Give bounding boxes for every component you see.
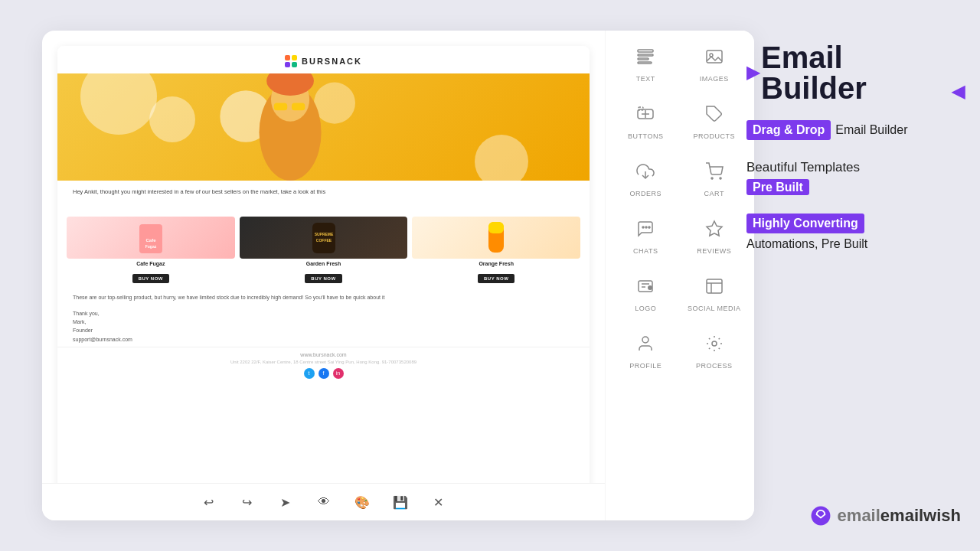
emailwish-name: emailemailwish — [838, 506, 961, 526]
product-card-1: Cafe Fugaz Cafe Fugaz BUY NOW — [67, 217, 235, 283]
widget-orders[interactable]: ORDERS — [613, 153, 678, 207]
widget-text[interactable]: TEXT — [613, 38, 678, 92]
feature-highlight-1: Drag & Drop — [746, 120, 831, 140]
feature-highlight-2: Pre Built — [746, 179, 809, 195]
social-media-widget-icon — [705, 277, 724, 300]
close-button[interactable]: ✕ — [426, 490, 451, 514]
preview-button[interactable]: 👁 — [312, 490, 336, 514]
svg-point-40 — [711, 178, 713, 179]
widget-reviews-label: REVIEWS — [697, 247, 731, 255]
svg-point-53 — [642, 337, 648, 343]
widget-profile[interactable]: PROFILE — [613, 325, 678, 379]
widget-products[interactable]: PRODUCTS — [682, 96, 747, 149]
emailwish-brand: emailemailwish — [808, 504, 961, 528]
social-icons: t f in — [62, 368, 585, 379]
editor-toolbar: ↩ ↪ ➤ 👁 🎨 💾 ✕ — [42, 483, 605, 520]
svg-rect-32 — [638, 62, 652, 64]
main-container: BURSNACK — [42, 31, 754, 520]
cart-widget-icon — [705, 162, 724, 185]
svg-point-41 — [720, 178, 721, 179]
feature-automations: Highly Converting Automations, Pre Built — [746, 214, 965, 253]
product-name-2: Garden Fresh — [240, 261, 408, 266]
products-grid: Cafe Fugaz Cafe Fugaz BUY NOW SUPREME CO… — [57, 217, 590, 283]
twitter-icon[interactable]: t — [304, 368, 315, 379]
widget-chats[interactable]: CHATS — [613, 210, 678, 264]
products-widget-icon — [705, 105, 724, 128]
feature-templates: Beautiful Templates Pre Built — [746, 158, 965, 196]
email-footer-text: These are our top-selling product, but h… — [57, 289, 590, 307]
buy-now-btn-2[interactable]: BUY NOW — [305, 274, 341, 283]
email-frame: BURSNACK — [57, 46, 590, 505]
widget-reviews[interactable]: REVIEWS — [682, 210, 747, 264]
svg-point-44 — [648, 227, 650, 228]
undo-button[interactable]: ↩ — [197, 490, 221, 514]
svg-text:Fugaz: Fugaz — [145, 244, 157, 249]
email-footer: www.bursnack.com Unit 2202 22/F, Kaiser … — [57, 347, 590, 383]
product-name-3: Orange Fresh — [412, 261, 580, 266]
emailwish-logo-icon — [808, 504, 833, 528]
buy-now-btn-3[interactable]: BUY NOW — [478, 274, 514, 283]
svg-rect-28 — [488, 222, 504, 233]
feature-drag-drop: Drag & Drop Email Builder — [746, 120, 965, 142]
save-button[interactable]: 💾 — [388, 490, 413, 514]
widget-text-label: TEXT — [636, 75, 655, 83]
svg-rect-30 — [638, 54, 653, 56]
svg-rect-20 — [292, 103, 305, 111]
product-image-1: Cafe Fugaz — [67, 217, 235, 259]
facebook-icon[interactable]: f — [318, 368, 329, 379]
orders-widget-icon — [636, 162, 655, 185]
instagram-icon[interactable]: in — [333, 368, 344, 379]
process-widget-icon — [705, 334, 724, 357]
svg-point-42 — [642, 227, 644, 228]
right-side-content: ▶ Email Builder ◀ Drag & Drop Email Buil… — [746, 42, 965, 253]
email-preview-panel: BURSNACK — [42, 31, 605, 520]
widget-products-label: PRODUCTS — [693, 132, 735, 140]
brand-name: BURSNACK — [302, 57, 362, 66]
main-title: Email Builder — [761, 42, 950, 103]
email-hero-image — [57, 73, 590, 181]
send-button[interactable]: ➤ — [273, 490, 298, 514]
widget-process[interactable]: PROCESS — [682, 325, 747, 379]
widget-cart[interactable]: CART — [682, 153, 747, 207]
widget-profile-label: PROFILE — [629, 362, 662, 370]
svg-text:COFFEE: COFFEE — [315, 238, 332, 243]
email-body-text: Hey Ankit, thought you might interested … — [57, 181, 590, 210]
widget-logo[interactable]: LOGO — [613, 268, 678, 321]
widget-logo-label: LOGO — [635, 305, 656, 312]
svg-rect-33 — [707, 51, 722, 63]
widget-buttons[interactable]: BUTTONS — [613, 96, 678, 149]
svg-rect-50 — [707, 279, 722, 293]
product-card-3: Orange Fresh BUY NOW — [412, 217, 580, 283]
title-arrow-right: ◀ — [952, 83, 965, 100]
feature-text-1: Email Builder — [835, 122, 907, 139]
title-section: ▶ Email Builder ◀ — [746, 42, 965, 103]
feature-subheading-2: Beautiful Templates — [746, 158, 965, 177]
svg-point-54 — [712, 341, 717, 346]
feature-text-3: Automations, Pre Built — [746, 236, 965, 253]
widget-social-media[interactable]: SOCIAL MEDIA — [682, 268, 747, 321]
logo-widget-icon — [636, 277, 655, 300]
redo-button[interactable]: ↪ — [235, 490, 260, 514]
widget-social-media-label: SOCIAL MEDIA — [688, 305, 741, 312]
title-arrow-left: ▶ — [746, 64, 760, 81]
images-widget-icon — [705, 47, 724, 70]
svg-point-15 — [314, 83, 355, 124]
widget-orders-label: ORDERS — [629, 190, 662, 197]
product-image-2: SUPREME COFFEE — [240, 217, 408, 259]
widget-images[interactable]: IMAGES — [682, 38, 747, 92]
email-header: BURSNACK — [57, 46, 590, 73]
svg-point-49 — [648, 285, 652, 290]
widget-process-label: PROCESS — [696, 362, 733, 370]
feature-highlight-3: Highly Converting — [746, 214, 864, 233]
buy-now-btn-1[interactable]: BUY NOW — [132, 274, 169, 283]
svg-marker-45 — [707, 221, 722, 236]
svg-text:SUPREME: SUPREME — [314, 232, 333, 236]
palette-button[interactable]: 🎨 — [350, 490, 374, 514]
profile-widget-icon — [636, 334, 655, 357]
chats-widget-icon — [636, 220, 655, 243]
email-signature: Thank you,Mark,Founder support@burnsnack… — [57, 306, 590, 347]
product-card-2: SUPREME COFFEE Garden Fresh BUY NOW — [240, 217, 408, 283]
reviews-widget-icon — [705, 220, 724, 243]
brand-logo-icon — [285, 55, 297, 67]
widget-images-label: IMAGES — [700, 75, 729, 83]
